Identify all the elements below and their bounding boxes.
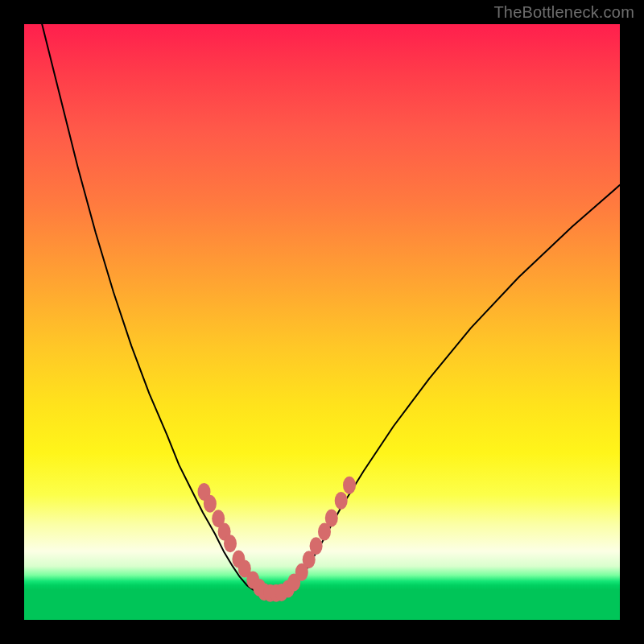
data-dot	[325, 510, 338, 527]
data-dot	[335, 492, 348, 510]
outer-frame: TheBottleneck.com	[0, 0, 644, 644]
watermark-text: TheBottleneck.com	[493, 3, 634, 22]
bottleneck-curve	[42, 24, 620, 594]
chart-svg	[24, 24, 620, 620]
data-dots	[198, 477, 357, 602]
data-dot	[204, 495, 217, 513]
data-dot	[224, 535, 237, 552]
data-dot	[343, 477, 356, 494]
data-dot	[310, 537, 323, 555]
